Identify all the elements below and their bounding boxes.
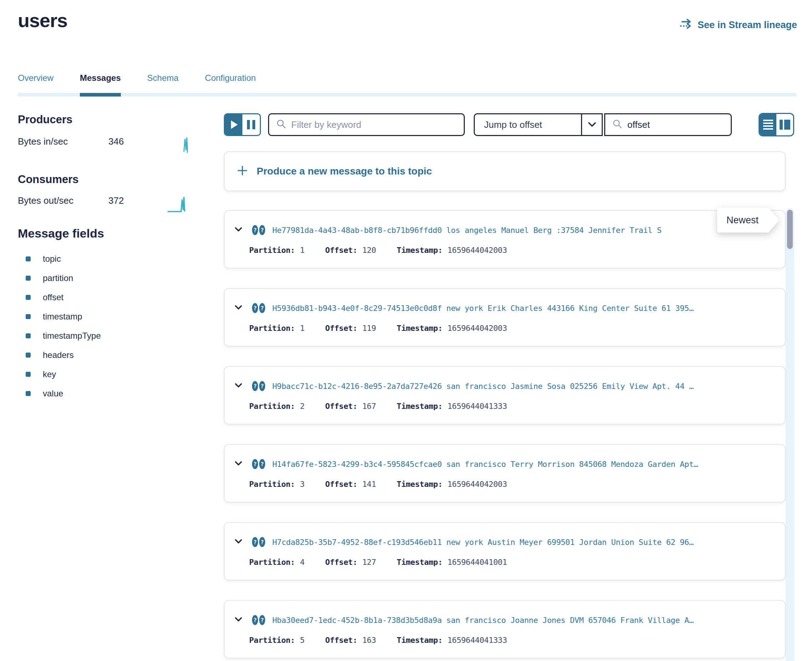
consumers-heading: Consumers [18, 173, 79, 186]
message-summary-row: ?? H9bacc71c-b12c-4216-8e95-2a7da727e426… [234, 380, 775, 392]
timestamp-field: Timestamp:1659644041001 [397, 558, 507, 567]
filter-keyword-input[interactable] [291, 119, 456, 130]
tab-underline-track [18, 93, 796, 96]
jump-to-offset-select[interactable]: Jump to offset [474, 113, 603, 136]
partition-field: Partition:1 [249, 246, 304, 255]
message-card[interactable]: ?? H9bacc71c-b12c-4216-8e95-2a7da727e426… [224, 366, 786, 425]
message-field-item[interactable]: offset [18, 288, 168, 307]
message-field-item[interactable]: timestampType [18, 326, 168, 345]
message-summary: Hba30eed7-1edc-452b-8b1a-738d3b5d8a9a sa… [272, 616, 693, 625]
tab[interactable]: Messages [80, 73, 121, 83]
message-summary: H7cda825b-35b7-4952-88ef-c193d546eb11 ne… [272, 538, 693, 547]
expand-chevron-icon[interactable] [234, 458, 243, 470]
bytes-out-label: Bytes out/sec [18, 195, 108, 206]
missing-glyph-icon: ?? [252, 303, 265, 313]
bytes-in-label: Bytes in/sec [18, 136, 108, 147]
page-title: users [18, 9, 67, 31]
field-label: headers [43, 350, 74, 360]
field-label: partition [43, 273, 73, 283]
message-fields-list: topic partition offset timestamp timesta… [18, 249, 168, 403]
expand-chevron-icon[interactable] [234, 536, 243, 548]
pause-button[interactable] [242, 114, 260, 135]
offset-search-wrapper [604, 113, 732, 136]
partition-field: Partition:4 [249, 558, 304, 567]
offset-field: Offset:119 [325, 324, 376, 333]
produce-message-button[interactable]: Produce a new message to this topic [224, 152, 786, 191]
missing-glyph-icon: ?? [252, 381, 265, 391]
field-checkbox-icon [26, 295, 30, 300]
message-summary-row: ?? H7cda825b-35b7-4952-88ef-c193d546eb11… [234, 536, 775, 548]
message-summary: H9bacc71c-b12c-4216-8e95-2a7da727e426 sa… [272, 382, 693, 391]
timestamp-field: Timestamp:1659644042003 [397, 246, 507, 255]
message-meta-row: Partition:3 Offset:141 Timestamp:1659644… [249, 480, 775, 489]
bytes-out-value: 372 [108, 195, 147, 206]
active-tab-indicator [80, 93, 121, 96]
message-summary-row: ?? He77981da-4a43-48ab-b8f8-cb71b96ffdd0… [234, 224, 775, 236]
message-field-item[interactable]: topic [18, 249, 168, 268]
message-summary: H14fa67fe-5823-4299-b3c4-595845cfcae0 sa… [272, 460, 698, 469]
field-checkbox-icon [26, 372, 30, 377]
plus-icon [237, 165, 248, 178]
message-field-item[interactable]: headers [18, 345, 168, 365]
messages-toolbar: Jump to offset [224, 113, 794, 136]
message-summary: H5936db81-b943-4e0f-8c29-74513e0c0d8f ne… [272, 304, 693, 313]
scrollbar-track[interactable] [786, 208, 794, 661]
message-meta-row: Partition:1 Offset:120 Timestamp:1659644… [249, 246, 775, 255]
column-view-button[interactable] [776, 114, 793, 135]
message-card[interactable]: ?? H7cda825b-35b7-4952-88ef-c193d546eb11… [224, 522, 786, 581]
consumers-stat-row: Bytes out/sec 372 [18, 195, 192, 216]
field-label: value [43, 388, 63, 399]
play-button[interactable] [225, 114, 242, 135]
partition-field: Partition:5 [249, 636, 304, 645]
newest-tooltip: Newest [717, 208, 769, 233]
message-card[interactable]: ?? He77981da-4a43-48ab-b8f8-cb71b96ffdd0… [224, 210, 786, 268]
filter-input-wrapper [268, 113, 465, 136]
message-field-item[interactable]: timestamp [18, 307, 168, 326]
timestamp-field: Timestamp:1659644042003 [397, 324, 507, 333]
expand-chevron-icon[interactable] [234, 380, 243, 392]
bytes-in-sparkline [179, 136, 192, 156]
field-label: offset [43, 292, 64, 302]
stream-lineage-link[interactable]: See in Stream lineage [680, 19, 797, 32]
offset-field: Offset:141 [325, 480, 376, 489]
missing-glyph-icon: ?? [252, 537, 265, 547]
expand-chevron-icon[interactable] [234, 224, 243, 236]
field-label: key [43, 369, 56, 379]
missing-glyph-icon: ?? [252, 225, 265, 235]
message-meta-row: Partition:1 Offset:119 Timestamp:1659644… [249, 324, 775, 333]
message-meta-row: Partition:2 Offset:167 Timestamp:1659644… [249, 402, 775, 410]
message-card[interactable]: ?? H5936db81-b943-4e0f-8c29-74513e0c0d8f… [224, 288, 786, 346]
timestamp-field: Timestamp:1659644041333 [397, 402, 507, 410]
chevron-down-icon [581, 114, 602, 135]
offset-field: Offset:167 [325, 402, 376, 410]
field-checkbox-icon [26, 314, 30, 319]
topic-page: users See in Stream lineage Overview Mes… [0, 0, 812, 661]
message-meta-row: Partition:4 Offset:127 Timestamp:1659644… [249, 558, 775, 567]
message-field-item[interactable]: value [18, 384, 168, 403]
message-field-item[interactable]: partition [18, 268, 168, 288]
message-card[interactable]: ?? H14fa67fe-5823-4299-b3c4-595845cfcae0… [224, 444, 786, 503]
scrollbar-thumb[interactable] [787, 210, 793, 249]
field-checkbox-icon [26, 256, 30, 262]
missing-glyph-icon: ?? [252, 615, 265, 625]
partition-field: Partition:1 [249, 324, 304, 333]
bytes-out-sparkline [167, 195, 192, 216]
offset-field: Offset:163 [325, 636, 376, 645]
message-summary-row: ?? Hba30eed7-1edc-452b-8b1a-738d3b5d8a9a… [234, 614, 775, 626]
timestamp-field: Timestamp:1659644042003 [397, 480, 507, 489]
field-label: topic [43, 254, 61, 264]
message-card[interactable]: ?? Hba30eed7-1edc-452b-8b1a-738d3b5d8a9a… [224, 600, 786, 658]
expand-chevron-icon[interactable] [234, 302, 243, 314]
message-fields-heading: Message fields [18, 227, 104, 240]
stream-lineage-label: See in Stream lineage [698, 19, 797, 30]
tab[interactable]: Configuration [205, 73, 256, 83]
list-view-button[interactable] [759, 114, 776, 135]
play-icon [231, 120, 238, 129]
tab[interactable]: Schema [147, 73, 179, 83]
expand-chevron-icon[interactable] [234, 614, 243, 626]
offset-search-input[interactable] [627, 119, 724, 130]
message-field-item[interactable]: key [18, 365, 168, 384]
field-label: timestamp [43, 311, 82, 322]
tab[interactable]: Overview [18, 73, 53, 83]
field-label: timestampType [43, 331, 101, 341]
